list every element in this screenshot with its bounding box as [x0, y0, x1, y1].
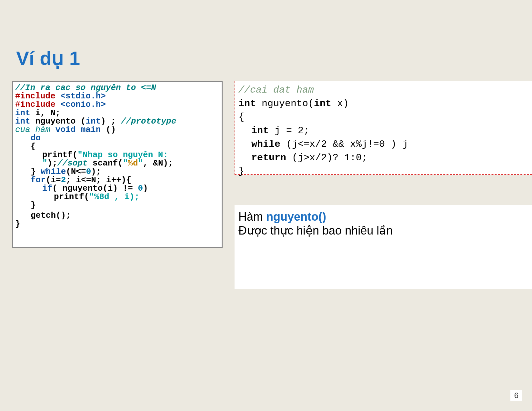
keyword: int	[251, 125, 269, 136]
keyword: int	[314, 98, 331, 109]
code-text: )	[143, 184, 148, 193]
code-text: (j>x/2)? 1:0;	[286, 152, 367, 163]
code-comment: //prototype	[121, 116, 176, 126]
code-text: printf(	[54, 192, 89, 202]
left-code-block: //In ra cac so nguyên to <=N #include <s…	[12, 81, 223, 248]
brace: }	[15, 201, 220, 209]
brace: }	[15, 219, 20, 229]
code-text: x)	[331, 98, 349, 109]
code-text: (j<=x/2 && x%j!=0 ) j	[280, 139, 408, 150]
string: "%8d , i);	[89, 192, 139, 202]
caption-box: Hàm nguyento() Được thực hiện bao nhiêu …	[235, 205, 532, 289]
brace: {	[238, 112, 244, 123]
code-text: getch();	[15, 211, 220, 220]
caption-text: Được thực hiện bao nhiêu lần	[238, 224, 393, 237]
brace: {	[15, 142, 220, 151]
keyword: if	[42, 184, 52, 193]
format: %d	[128, 158, 138, 168]
brace: }	[238, 166, 244, 177]
slide-title: Ví dụ 1	[16, 47, 80, 69]
right-code-block: //cai dat ham int nguyento(int x) { int …	[235, 81, 532, 175]
include-file: <conio.h>	[60, 100, 105, 109]
function-name: nguyento()	[266, 210, 326, 223]
keyword: while	[251, 139, 280, 150]
code-text: nguyento(	[256, 98, 314, 109]
caption-text: Hàm	[238, 210, 266, 223]
page-number: 6	[510, 390, 522, 401]
code-text: , &N);	[143, 158, 173, 168]
keyword: int	[238, 98, 256, 109]
code-comment: //cai dat ham	[238, 85, 314, 95]
string: "	[123, 158, 128, 168]
keyword: return	[251, 152, 286, 163]
string: "	[138, 158, 143, 168]
slide: Ví dụ 1 //In ra cac so nguyên to <=N #in…	[0, 0, 532, 411]
code-text: ()	[101, 125, 116, 135]
code-text: j = 2;	[269, 125, 309, 136]
keyword: void main	[55, 125, 101, 135]
